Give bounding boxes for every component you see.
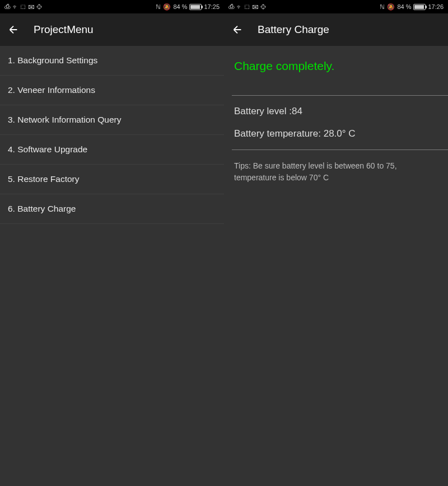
battery-temperature-label: Battery temperature: 28.0° C xyxy=(234,127,438,141)
app-bar: ProjectMenu xyxy=(0,13,224,46)
page-title: Battery Charge xyxy=(258,24,329,36)
charge-status-text: Charge completely. xyxy=(234,59,438,73)
menu-item-restore-factory[interactable]: 5. Restore Factory xyxy=(0,165,224,194)
menu-item-software-upgrade[interactable]: 4. Software Upgrade xyxy=(0,135,224,165)
battery-icon xyxy=(413,4,426,10)
back-button[interactable] xyxy=(231,23,244,36)
clock: 17:26 xyxy=(428,3,444,10)
menu-item-network-information-query[interactable]: 3. Network Information Query xyxy=(0,105,224,135)
battery-percent: 84 % xyxy=(173,3,187,10)
page-title: ProjectMenu xyxy=(34,24,94,36)
app-bar: Battery Charge xyxy=(224,13,448,46)
status-bar: ⎙ ᯤ ⬚ ✉ ⌖ ℕ 🔕 84 % 17:26 xyxy=(224,0,448,13)
status-right: ℕ 🔕 84 % 17:26 xyxy=(380,3,444,11)
status-indicators: ⎙ ᯤ ⬚ ✉ ⌖ xyxy=(4,3,42,10)
battery-icon xyxy=(189,4,202,10)
nfc-icon: ℕ xyxy=(380,3,385,11)
status-left-icons: ⎙ ᯤ ⬚ ✉ ⌖ xyxy=(228,3,266,10)
battery-level-label: Battery level :84 xyxy=(234,105,438,118)
mute-icon: 🔕 xyxy=(163,3,171,11)
main-content: 1. Background Settings 2. Veneer Informa… xyxy=(0,46,224,486)
main-content: Charge completely. Battery level :84 Bat… xyxy=(224,46,448,486)
status-right: ℕ 🔕 84 % 17:25 xyxy=(156,3,220,11)
menu-item-veneer-informations[interactable]: 2. Veneer Informations xyxy=(0,76,224,105)
left-screen: ⎙ ᯤ ⬚ ✉ ⌖ ℕ 🔕 84 % 17:25 ProjectMenu 1. … xyxy=(0,0,224,486)
status-left-icons: ⎙ ᯤ ⬚ ✉ ⌖ xyxy=(4,3,42,10)
battery-info: Battery level :84 Battery temperature: 2… xyxy=(234,96,438,149)
menu-item-battery-charge[interactable]: 6. Battery Charge xyxy=(0,194,224,224)
right-screen: ⎙ ᯤ ⬚ ✉ ⌖ ℕ 🔕 84 % 17:26 Battery Charge … xyxy=(224,0,448,486)
status-bar: ⎙ ᯤ ⬚ ✉ ⌖ ℕ 🔕 84 % 17:25 xyxy=(0,0,224,13)
arrow-left-icon xyxy=(7,24,20,36)
menu-list: 1. Background Settings 2. Veneer Informa… xyxy=(0,46,224,224)
arrow-left-icon xyxy=(231,24,244,36)
tips-text: Tips: Be sure battery level is between 6… xyxy=(234,150,438,184)
back-button[interactable] xyxy=(7,23,20,36)
menu-item-background-settings[interactable]: 1. Background Settings xyxy=(0,46,224,76)
status-indicators: ⎙ ᯤ ⬚ ✉ ⌖ xyxy=(228,3,266,10)
battery-percent: 84 % xyxy=(397,3,411,10)
nfc-icon: ℕ xyxy=(156,3,161,11)
mute-icon: 🔕 xyxy=(387,3,395,11)
clock: 17:25 xyxy=(204,3,220,10)
